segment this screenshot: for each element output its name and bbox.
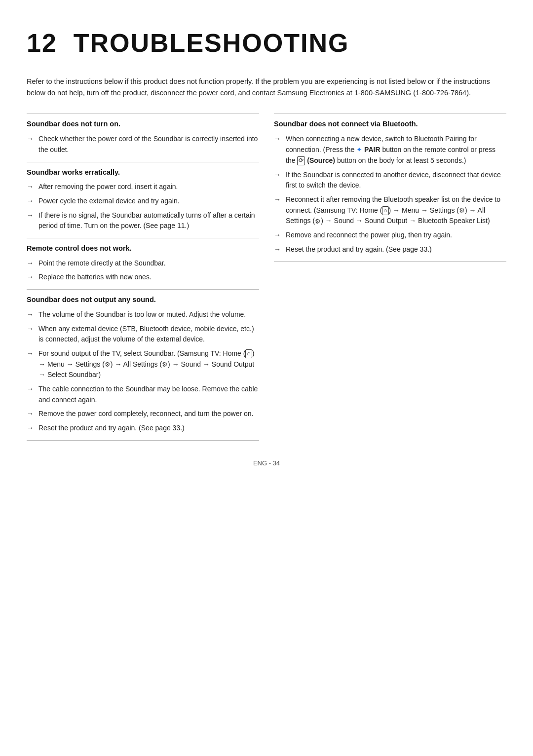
section-no-sound: Soundbar does not output any sound. → Th… [27, 289, 259, 441]
list-item: → For sound output of the TV, select Sou… [27, 348, 259, 380]
arrow-icon: → [27, 196, 37, 207]
section-erratically-list: → After removing the power cord, insert … [27, 182, 259, 231]
list-item: → Power cycle the external device and tr… [27, 196, 259, 207]
arrow-icon: → [27, 134, 37, 145]
arrow-icon: → [27, 348, 37, 359]
section-bluetooth-title: Soundbar does not connect via Bluetooth. [274, 119, 506, 130]
source-icon: ⟳ [297, 156, 305, 165]
section-remote-control: Remote control does not work. → Point th… [27, 238, 259, 289]
arrow-icon: → [27, 309, 37, 320]
list-item: → After removing the power cord, insert … [27, 182, 259, 192]
arrow-icon: → [27, 423, 37, 434]
right-column: Soundbar does not connect via Bluetooth.… [274, 113, 506, 440]
list-item: → The cable connection to the Soundbar m… [27, 384, 259, 405]
settings-icon: ⚙ [105, 360, 111, 370]
section-remote-title: Remote control does not work. [27, 243, 259, 254]
section-no-sound-title: Soundbar does not output any sound. [27, 295, 259, 305]
list-item: → The volume of the Soundbar is too low … [27, 309, 259, 320]
arrow-icon: → [27, 272, 37, 283]
list-item: → Replace the batteries with new ones. [27, 272, 259, 283]
intro-text: Refer to the instructions below if this … [27, 76, 506, 99]
section-remote-list: → Point the remote directly at the Sound… [27, 258, 259, 283]
arrow-icon: → [27, 258, 37, 269]
footer: ENG - 34 [27, 458, 506, 468]
arrow-icon: → [274, 244, 284, 255]
list-item: → When connecting a new device, switch t… [274, 134, 506, 166]
section-bluetooth: Soundbar does not connect via Bluetooth.… [274, 113, 506, 262]
arrow-icon: → [27, 324, 37, 335]
left-column: Soundbar does not turn on. → Check wheth… [27, 113, 259, 440]
content-grid: Soundbar does not turn on. → Check wheth… [27, 113, 506, 440]
list-item: → Point the remote directly at the Sound… [27, 258, 259, 269]
section-erratically-title: Soundbar works erratically. [27, 167, 259, 178]
list-item: → Reset the product and try again. (See … [274, 244, 506, 255]
arrow-icon: → [27, 384, 37, 395]
list-item: → Check whether the power cord of the So… [27, 134, 259, 155]
section-no-turn-on-list: → Check whether the power cord of the So… [27, 134, 259, 155]
list-item: → If the Soundbar is connected to anothe… [274, 170, 506, 191]
page-title: 12 TROUBLESHOOTING [27, 24, 506, 62]
list-item: → Remove the power cord completely, reco… [27, 409, 259, 419]
section-no-sound-list: → The volume of the Soundbar is too low … [27, 309, 259, 434]
settings-icon: ⚙ [162, 360, 168, 370]
pair-star-icon: ✦ [356, 145, 362, 155]
list-item: → Remove and reconnect the power plug, t… [274, 230, 506, 241]
settings-icon: ⚙ [459, 206, 465, 216]
home-icon: ⌂ [245, 349, 252, 358]
arrow-icon: → [274, 170, 284, 181]
section-no-turn-on: Soundbar does not turn on. → Check wheth… [27, 113, 259, 161]
arrow-icon: → [27, 210, 37, 221]
list-item: → Reconnect it after removing the Blueto… [274, 194, 506, 227]
arrow-icon: → [27, 182, 37, 192]
list-item: → Reset the product and try again. (See … [27, 423, 259, 434]
arrow-icon: → [274, 194, 284, 205]
list-item: → When any external device (STB, Bluetoo… [27, 324, 259, 345]
list-item: → If there is no signal, the Soundbar au… [27, 210, 259, 231]
settings-icon: ⚙ [315, 217, 321, 227]
arrow-icon: → [27, 409, 37, 419]
section-no-turn-on-title: Soundbar does not turn on. [27, 119, 259, 130]
arrow-icon: → [274, 134, 284, 145]
arrow-icon: → [274, 230, 284, 241]
section-erratically: Soundbar works erratically. → After remo… [27, 162, 259, 238]
section-bluetooth-list: → When connecting a new device, switch t… [274, 134, 506, 255]
home-icon: ⌂ [382, 206, 388, 215]
